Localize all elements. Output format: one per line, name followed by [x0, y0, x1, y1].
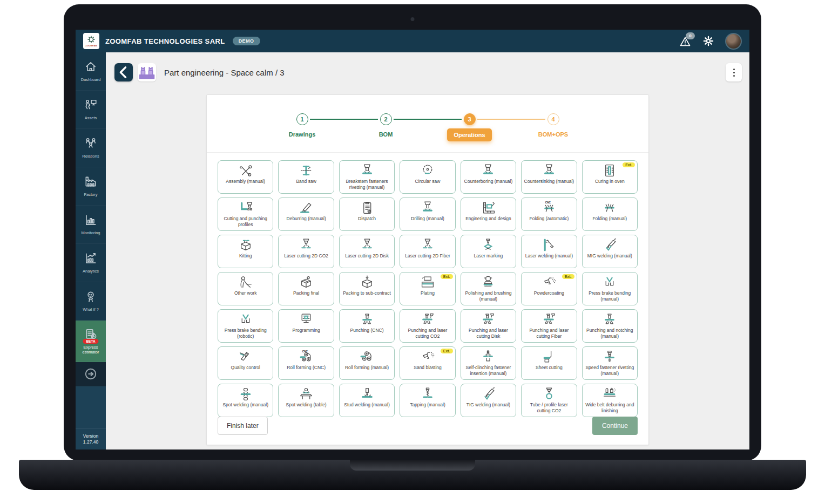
laser-cutting-2d-fiber-tile[interactable]: Laser cutting 2D Fiber: [400, 235, 455, 268]
press-brake-bending-manual-tile[interactable]: Press brake bending (manual): [582, 272, 638, 305]
spot-welding-manual-tile[interactable]: Spot welding (manual): [218, 384, 273, 417]
tapping-manual-tile[interactable]: Tapping (manual): [400, 384, 455, 417]
continue-button[interactable]: Continue: [592, 417, 638, 435]
tube-profile-laser-cutting-co2-tile[interactable]: Tube / profile laser cutting CO2: [521, 384, 577, 417]
sidebar-item-monitoring[interactable]: Monitoring: [76, 206, 106, 244]
plating-icon: [418, 275, 437, 290]
punching-and-laser-cutting-disk-tile[interactable]: Punching and laser cutting Disk: [461, 309, 516, 343]
spot-welding-table-tile[interactable]: Spot welding (table): [278, 384, 334, 417]
more-options-button[interactable]: [726, 63, 742, 81]
sidebar-item-collapse[interactable]: [76, 362, 106, 386]
packing-to-sub-contract-tile[interactable]: Packing to sub-contract: [339, 272, 395, 305]
tile-label: Tube / profile laser cutting CO2: [523, 402, 574, 414]
counterboring-manual-tile[interactable]: Counterboring (manual): [461, 160, 516, 194]
dispatch-icon: [357, 200, 377, 215]
cutting-and-punching-profiles-tile[interactable]: Cutting and punching profiles: [218, 197, 273, 231]
tile-label: Punching and laser cutting Fiber: [523, 328, 574, 339]
punching-and-notching-manual-icon: [600, 312, 619, 327]
kitting-tile[interactable]: Kitting: [218, 235, 273, 268]
part-thumbnail: [138, 63, 156, 81]
laser-cutting-2d-disk-tile[interactable]: Laser cutting 2D Disk: [339, 235, 395, 268]
sidebar-item-what-if[interactable]: What if ?: [76, 282, 106, 321]
sheet-cutting-tile[interactable]: Sheet cutting: [521, 346, 577, 380]
countersinking-manual-tile[interactable]: Countersinking (manual): [521, 160, 577, 194]
folding-automatic-tile[interactable]: CNCFolding (automatic): [521, 197, 577, 231]
powdercoating-tile[interactable]: Ext.Powdercoating: [521, 272, 577, 305]
punching-cnc-tile[interactable]: Punching (CNC): [339, 309, 395, 343]
laser-marking-icon: [478, 237, 498, 253]
other-work-tile[interactable]: Other work: [218, 272, 273, 305]
speed-fastener-rivetting-manual-tile[interactable]: Speed fastener rivetting (manual): [582, 346, 638, 380]
sidebar-item-dashboard[interactable]: Dashboard: [76, 52, 106, 91]
alerts-button[interactable]: 0: [679, 35, 692, 47]
self-clinching-fastener-insertion-manual-icon: [478, 349, 498, 364]
sidebar-item-analytics[interactable]: Analytics: [76, 244, 106, 282]
step-bom[interactable]: 2BOM: [344, 113, 428, 141]
step-operations[interactable]: 3Operations: [428, 113, 511, 141]
punching-and-laser-cutting-fiber-tile[interactable]: Punching and laser cutting Fiber: [521, 309, 577, 343]
curing-in-oven-tile[interactable]: Ext.Curing in oven: [582, 160, 638, 194]
laser-welding-manual-tile[interactable]: Laser welding (manual): [521, 235, 577, 268]
sand-blasting-tile[interactable]: Ext.Sand blasting: [400, 346, 455, 380]
tig-welding-manual-tile[interactable]: TIG welding (manual): [461, 384, 516, 417]
kitting-icon: [236, 237, 255, 253]
roll-forming-cnc-tile[interactable]: CNCRoll forming (CNC): [278, 346, 334, 380]
analytics-icon: [84, 251, 98, 265]
tile-label: Punching (CNC): [350, 328, 384, 333]
assembly-manual-tile[interactable]: Assembly (manual): [218, 160, 273, 194]
sidebar-item-label: Express estimator: [76, 345, 106, 355]
step-drawings[interactable]: 1Drawings: [260, 113, 344, 141]
press-brake-bending-robotic-tile[interactable]: Press brake bending (robotic): [218, 309, 273, 343]
enginering-and-design-icon: [478, 200, 498, 215]
tile-label: Assembly (manual): [226, 179, 265, 185]
laser-marking-tile[interactable]: Laser marking: [461, 235, 516, 268]
quality-control-tile[interactable]: Quality control: [218, 346, 273, 380]
sidebar-item-label: Assets: [84, 115, 98, 120]
back-button[interactable]: [114, 63, 133, 81]
wide-belt-deburring-and-linishing-tile[interactable]: Wide belt deburring and linishing: [582, 384, 638, 417]
step-bom-ops[interactable]: 4BOM+OPS: [511, 113, 595, 141]
tile-label: Drilling (manual): [411, 216, 444, 222]
packing-final-tile[interactable]: Packing final: [278, 272, 334, 305]
settings-button[interactable]: [702, 35, 714, 47]
programming-tile[interactable]: Programming: [278, 309, 334, 343]
self-clinching-fastener-insertion-manual-tile[interactable]: Self-clinching fastener insertion (manua…: [461, 346, 516, 380]
band-saw-tile[interactable]: Band saw: [278, 160, 334, 194]
breakstem-fasteners-rivetting-manual-tile[interactable]: Breakstem fasteners rivetting (manual): [339, 160, 395, 194]
finish-later-button[interactable]: Finish later: [218, 417, 268, 435]
laser-cutting-2d-co2-tile[interactable]: Laser cutting 2D CO2: [278, 235, 334, 268]
sidebar-item-express-estimator[interactable]: BETAExpress estimator: [76, 321, 106, 362]
express-icon: BETA: [84, 328, 98, 342]
operations-grid: Assembly (manual)Band sawBreakstem faste…: [218, 160, 638, 417]
spot-welding-table-icon: [296, 386, 316, 401]
stud-welding-manual-tile[interactable]: Stud welding (manual): [339, 384, 395, 417]
drilling-manual-tile[interactable]: Drilling (manual): [400, 197, 455, 231]
tile-label: Deburring (manual): [287, 216, 326, 222]
dispatch-tile[interactable]: Dispatch: [339, 197, 395, 231]
tile-label: Laser cutting 2D CO2: [284, 253, 328, 259]
sidebar-items: DashboardAssetsRelationsFactoryMonitorin…: [76, 52, 106, 386]
tile-label: Laser welding (manual): [525, 253, 573, 259]
laser-cutting-2d-fiber-icon: [418, 237, 437, 253]
sidebar-item-relations[interactable]: Relations: [76, 129, 106, 167]
tile-label: Polishing and brushing (manual): [463, 290, 514, 302]
logo-text: ZOOMFAB: [85, 45, 97, 47]
punching-and-notching-manual-tile[interactable]: Punching and notching (manual): [582, 309, 638, 343]
circular-saw-tile[interactable]: Circular saw: [400, 160, 455, 194]
step-number: 1: [296, 113, 308, 125]
sidebar-item-factory[interactable]: Factory: [76, 167, 106, 206]
tile-label: Punching and notching (manual): [584, 328, 635, 339]
polishing-and-brushing-manual-tile[interactable]: Polishing and brushing (manual): [461, 272, 516, 305]
mig-welding-manual-tile[interactable]: MIG welding (manual): [582, 235, 638, 268]
folding-manual-tile[interactable]: Folding (manual): [582, 197, 638, 231]
tile-label: Plating: [421, 290, 435, 296]
assets-icon: [84, 98, 98, 112]
plating-tile[interactable]: Ext.Plating: [400, 272, 455, 305]
deburring-manual-tile[interactable]: Deburring (manual): [278, 197, 334, 231]
enginering-and-design-tile[interactable]: Enginering and design: [461, 197, 516, 231]
sidebar-item-assets[interactable]: Assets: [76, 91, 106, 129]
avatar[interactable]: [725, 33, 742, 50]
other-work-icon: [236, 275, 255, 290]
punching-and-laser-cutting-co2-tile[interactable]: Punching and laser cutting CO2: [400, 309, 455, 343]
roll-forming-manual-tile[interactable]: Roll forming (manual): [339, 346, 395, 380]
